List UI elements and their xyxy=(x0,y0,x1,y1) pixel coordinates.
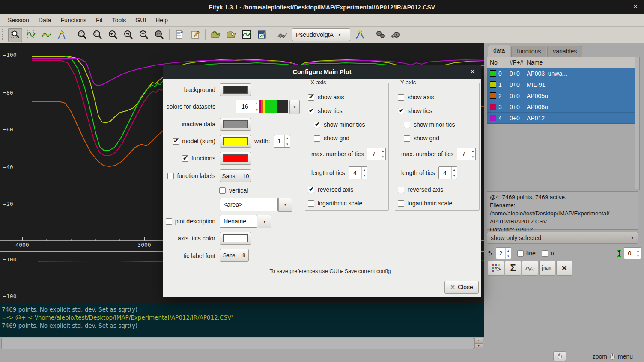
point-size-spinner[interactable]: 2▲▼ xyxy=(496,247,511,259)
tic-label-font-button[interactable]: Sans8 xyxy=(220,249,249,262)
fit-run-button[interactable] xyxy=(373,28,388,42)
functions-color-button[interactable] xyxy=(220,152,251,165)
y-show-minor-tics-checkbox[interactable] xyxy=(404,122,410,128)
spin-up-icon[interactable]: ▲ xyxy=(474,338,483,343)
fit-undo-button[interactable] xyxy=(389,28,403,42)
menu-data[interactable]: Data xyxy=(34,15,56,25)
dataset-colors-button[interactable] xyxy=(488,261,504,276)
tab-variables[interactable]: variables xyxy=(547,46,582,57)
plot-description-combobox[interactable]: filename xyxy=(220,215,257,228)
y-log-scale-checkbox[interactable] xyxy=(398,200,404,207)
column-header-name[interactable]: Name xyxy=(524,57,568,68)
table-row[interactable]: 2 0+0 AP005u xyxy=(487,90,639,101)
save-script-button[interactable] xyxy=(255,28,269,42)
plot-description-checkbox[interactable] xyxy=(166,218,172,225)
label-format-dropdown-button[interactable]: ▼ xyxy=(278,198,292,212)
x-length-tics-spinner[interactable]: 4▲▼ xyxy=(349,166,367,179)
table-row[interactable]: 4 0+0 AP012 xyxy=(487,113,639,124)
spin-down-icon[interactable]: ▼ xyxy=(474,343,483,348)
zoom-right-button[interactable] xyxy=(121,28,135,42)
dataset-color-swatch[interactable] xyxy=(490,115,496,121)
zoom-left-button[interactable] xyxy=(106,28,120,42)
zoom-all-button[interactable] xyxy=(75,28,89,42)
y-show-axis-checkbox[interactable] xyxy=(398,94,404,101)
open-file-add-button[interactable] xyxy=(224,28,238,42)
dialog-close-icon[interactable]: ✕ xyxy=(470,68,475,75)
x-max-tics-spinner[interactable]: 7▲▼ xyxy=(367,148,386,160)
mouse-config-button[interactable] xyxy=(553,351,566,361)
x-show-axis-checkbox[interactable] xyxy=(308,94,314,101)
x-show-minor-tics-checkbox[interactable] xyxy=(314,122,320,128)
output-console[interactable]: 7469 points. No explicit std. dev. Set a… xyxy=(0,304,484,337)
function-label-font-button[interactable]: Sans10 xyxy=(220,169,251,182)
functions-checkbox[interactable] xyxy=(182,155,188,162)
column-header-f[interactable]: #F+# xyxy=(507,57,524,68)
vertical-checkbox[interactable] xyxy=(219,187,226,194)
x-log-scale-checkbox[interactable] xyxy=(308,200,314,207)
x-show-tics-checkbox[interactable] xyxy=(308,108,314,114)
delete-dataset-button[interactable]: ✕ xyxy=(556,261,572,276)
edit-script-button[interactable] xyxy=(173,28,187,42)
table-row[interactable]: 0 0+0 AP003_unwa... xyxy=(487,68,639,79)
y-length-tics-spinner[interactable]: 4▲▼ xyxy=(438,166,457,179)
x-show-grid-checkbox[interactable] xyxy=(314,135,320,142)
close-button[interactable]: ✕ Close xyxy=(444,281,479,294)
preferences-button[interactable] xyxy=(188,28,202,42)
y-show-grid-checkbox[interactable] xyxy=(404,135,410,142)
model-checkbox[interactable] xyxy=(173,138,179,145)
command-input[interactable] xyxy=(1,338,474,349)
peak-type-combobox[interactable]: PseudoVoigtA ▼ xyxy=(292,28,350,41)
add-peak-button[interactable] xyxy=(353,28,367,42)
dataset-color-swatch[interactable] xyxy=(490,70,496,77)
data-range-mode-button[interactable] xyxy=(24,28,38,42)
menu-fit[interactable]: Fit xyxy=(92,15,107,25)
table-row[interactable]: 1 0+0 MIL-91 xyxy=(487,79,639,90)
zoom-up-button[interactable] xyxy=(137,28,151,42)
line-checkbox[interactable] xyxy=(517,250,524,257)
zoom-mode-button[interactable] xyxy=(8,28,22,42)
table-scrollbar[interactable] xyxy=(635,57,639,189)
x-reversed-axis-checkbox[interactable] xyxy=(308,187,314,193)
tab-data[interactable]: data xyxy=(488,45,510,57)
palette-dropdown-button[interactable]: ▼ xyxy=(289,100,300,114)
add-function-mode-button[interactable] xyxy=(54,28,69,42)
previous-zoom-button[interactable] xyxy=(152,28,166,42)
execute-script-button[interactable] xyxy=(239,28,253,42)
dialog-title-bar[interactable]: Configure Main Plot ✕ xyxy=(163,65,481,79)
command-history-spinner[interactable]: ▲▼ xyxy=(474,338,483,348)
add-peak-mode-button[interactable] xyxy=(39,28,53,42)
model-color-button[interactable] xyxy=(220,135,251,148)
dataset-color-swatch[interactable] xyxy=(490,92,496,99)
window-close-icon[interactable]: ✕ xyxy=(633,3,638,10)
function-labels-checkbox[interactable] xyxy=(167,173,174,179)
data-transform-button[interactable] xyxy=(275,28,289,42)
show-filter-dropdown[interactable]: show only selected ▼ xyxy=(487,232,638,244)
width-spinner[interactable]: 1▲▼ xyxy=(274,135,290,148)
dataset-count-spinner[interactable]: 16▲▼ xyxy=(236,100,260,113)
open-file-button[interactable] xyxy=(209,28,223,42)
plot-description-dropdown-button[interactable]: ▼ xyxy=(258,215,271,228)
y-reversed-axis-checkbox[interactable] xyxy=(398,187,404,193)
axis-tics-color-button[interactable] xyxy=(220,232,251,245)
label-format-combobox[interactable]: <area> xyxy=(220,198,278,211)
y-max-tics-spinner[interactable]: 7▲▼ xyxy=(457,148,476,160)
dataset-color-swatch[interactable] xyxy=(490,81,496,88)
shift-spinner[interactable]: 0▲▼ xyxy=(624,247,641,259)
menu-session[interactable]: Session xyxy=(3,15,33,25)
inactive-color-button[interactable] xyxy=(220,118,251,131)
tab-functions[interactable]: functions xyxy=(511,46,546,57)
rename-button[interactable]: nam xyxy=(539,261,555,276)
dataset-palette-preview[interactable] xyxy=(259,100,288,113)
column-header-no[interactable]: No xyxy=(487,57,507,68)
zoom-vertical-button[interactable] xyxy=(90,28,104,42)
menu-tools[interactable]: Tools xyxy=(108,15,131,25)
menu-gui[interactable]: GUI xyxy=(131,15,150,25)
table-row[interactable]: 3 0+0 AP006u xyxy=(487,101,639,113)
toolbar-grip[interactable] xyxy=(2,29,6,40)
dataset-color-swatch[interactable] xyxy=(490,104,496,110)
background-color-button[interactable] xyxy=(220,83,251,96)
menu-help[interactable]: Help xyxy=(151,15,172,25)
sigma-checkbox[interactable] xyxy=(542,250,548,257)
copy-function-button[interactable] xyxy=(522,261,538,276)
menu-functions[interactable]: Functions xyxy=(56,15,91,25)
